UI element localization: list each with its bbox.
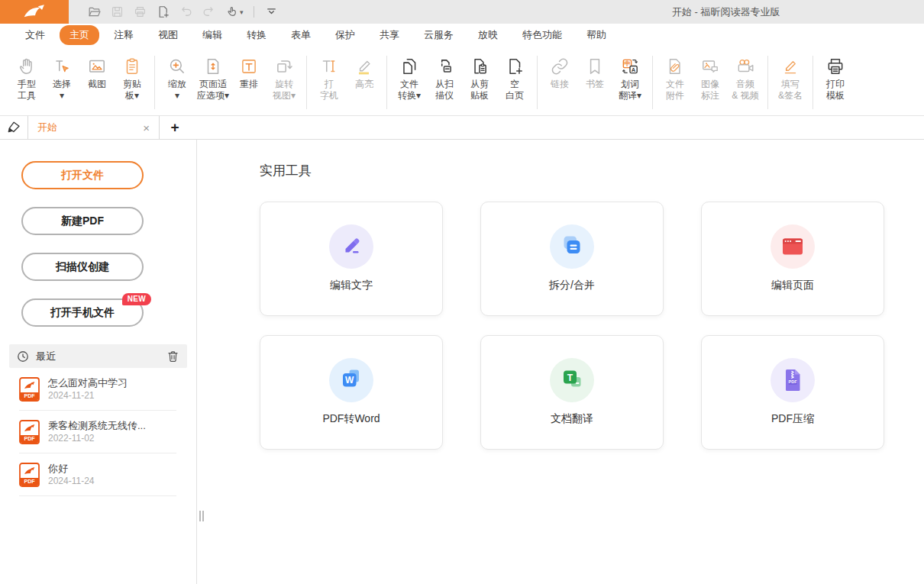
redo-icon[interactable]	[202, 4, 216, 21]
svg-text:A: A	[632, 66, 636, 73]
ribbon-group: 链接书签中A划词翻译▾	[542, 54, 648, 102]
svg-text:PDF: PDF	[789, 379, 798, 384]
tab-close-icon[interactable]: ×	[143, 122, 150, 134]
ribbon-separator	[386, 56, 387, 109]
menu-help[interactable]: 帮助	[577, 25, 616, 45]
file-attachment-button[interactable]: 文件附件	[657, 54, 693, 102]
menu-file[interactable]: 文件	[15, 25, 55, 45]
highlight-icon	[354, 54, 374, 79]
recent-file-item[interactable]: PDF怎么面对高中学习2024-11-21	[19, 368, 176, 411]
new-badge: NEW	[122, 293, 151, 305]
ribbon-group: 手型工具选择▾截图剪贴板▾	[9, 54, 150, 102]
clear-recent-icon[interactable]	[166, 350, 179, 363]
open-file-icon[interactable]	[87, 4, 102, 21]
clipboard-page-icon	[470, 54, 489, 79]
tool-card-label: 编辑页面	[771, 279, 814, 292]
fill-sign-label: 填写&签名	[778, 79, 803, 102]
menu-convert[interactable]: 转换	[237, 25, 276, 45]
quick-pencil-icon[interactable]	[0, 116, 27, 139]
open-mobile-file-button[interactable]: 打开手机文件NEW	[21, 298, 144, 327]
new-tab-button[interactable]: +	[160, 116, 190, 139]
split-merge-icon	[550, 224, 594, 269]
ribbon-separator	[652, 56, 653, 109]
undo-icon[interactable]	[179, 4, 193, 21]
fill-sign-button[interactable]: 填写&签名	[773, 54, 808, 102]
from-clipboard-button[interactable]: 从剪贴板	[462, 54, 497, 102]
tool-card-label: 拆分/合并	[549, 279, 595, 292]
blank-page-label: 空白页	[506, 79, 524, 102]
tool-card-label: 编辑文字	[330, 279, 373, 292]
menu-home[interactable]: 主页	[60, 25, 99, 45]
svg-text:PDF: PDF	[24, 479, 36, 484]
bookmark-tool-button[interactable]: 书签	[577, 54, 612, 102]
from-scanner-label: 从扫描仪	[435, 79, 454, 102]
from-scanner-button[interactable]: 从扫描仪	[427, 54, 462, 102]
recent-file-list: PDF怎么面对高中学习2024-11-21PDF乘客检测系统无线传...2022…	[0, 368, 196, 496]
ribbon-separator	[537, 56, 538, 109]
print-icon[interactable]	[133, 4, 147, 21]
typewriter-tool-button[interactable]: 打字机	[312, 54, 347, 102]
menu-present[interactable]: 放映	[468, 25, 508, 45]
create-page-icon[interactable]	[156, 4, 170, 21]
new-page-icon	[156, 5, 170, 19]
snapshot-tool-button[interactable]: 截图	[79, 54, 115, 102]
menu-cloud[interactable]: 云服务	[414, 25, 464, 45]
audio-video-button[interactable]: 音频& 视频	[728, 54, 763, 102]
menu-features[interactable]: 特色功能	[512, 25, 572, 45]
new-pdf-button[interactable]: 新建PDF	[21, 207, 144, 235]
tool-pdf-compress[interactable]: PDFPDF压缩	[701, 335, 884, 450]
sidebar-splitter-handle[interactable]	[199, 511, 204, 521]
blank-page-button[interactable]: 空白页	[497, 54, 532, 102]
menu-comment[interactable]: 注释	[104, 25, 144, 45]
menu-share[interactable]: 共享	[370, 25, 409, 45]
audio-video-label: 音频& 视频	[732, 79, 758, 102]
from-clipboard-label: 从剪贴板	[470, 79, 489, 102]
tab-pencil-icon	[6, 120, 21, 135]
menu-protect[interactable]: 保护	[325, 25, 365, 45]
menu-form[interactable]: 表单	[281, 25, 321, 45]
scanner-create-button[interactable]: 扫描仪创建	[21, 253, 144, 281]
foxit-logo-icon	[18, 3, 50, 21]
rotate-view-button[interactable]: 旋转视图▾	[267, 54, 302, 102]
image-annotation-button[interactable]: 图像标注	[693, 54, 728, 102]
menu-view[interactable]: 视图	[148, 25, 188, 45]
tools-grid: 编辑文字拆分/合并编辑页面WPDF转WordT文档翻译PDFPDF压缩	[260, 202, 924, 450]
undo-icon	[179, 5, 193, 19]
open-file-button[interactable]: 打开文件	[21, 161, 144, 189]
fit-page-options-button[interactable]: 页面适应选项▾	[195, 54, 231, 102]
customize-toolbar-icon[interactable]	[264, 4, 279, 21]
fit-page-options-label: 页面适应选项▾	[197, 79, 229, 102]
select-tool-button[interactable]: 选择▾	[44, 54, 79, 102]
zoom-tool-label: 缩放▾	[168, 79, 186, 102]
convert-icon	[399, 54, 419, 79]
hand-tool-icon[interactable]: ▾	[225, 4, 244, 21]
tool-pdf-to-word[interactable]: WPDF转Word	[260, 335, 443, 450]
scanner-icon	[435, 54, 454, 79]
link-tool-button[interactable]: 链接	[542, 54, 577, 102]
tool-edit-page[interactable]: 编辑页面	[701, 202, 884, 316]
recent-file-item[interactable]: PDF乘客检测系统无线传...2022-11-02	[19, 411, 176, 453]
tool-edit-text[interactable]: 编辑文字	[260, 202, 443, 316]
ribbon-group: 文件附件图像标注音频& 视频	[657, 54, 763, 102]
blank-page-icon	[505, 54, 525, 79]
reflow-tool-button[interactable]: 重排	[231, 54, 267, 102]
foxit-logo	[0, 0, 69, 24]
file-convert-button[interactable]: 文件转换▾	[392, 54, 427, 102]
menu-edit[interactable]: 编辑	[192, 25, 232, 45]
hand-tool-button[interactable]: 手型工具	[9, 54, 44, 102]
save-icon[interactable]	[110, 4, 124, 21]
word-translate-button[interactable]: 中A划词翻译▾	[612, 54, 648, 102]
recent-file-item[interactable]: PDF你好2024-11-24	[19, 453, 176, 496]
select-tool-label: 选择▾	[53, 79, 71, 102]
highlight-tool-button[interactable]: 高亮	[347, 54, 382, 102]
tool-doc-translate[interactable]: T文档翻译	[480, 335, 664, 450]
ribbon-separator	[767, 56, 768, 109]
print-icon	[133, 5, 147, 19]
bookmark-tool-label: 书签	[586, 79, 604, 90]
print-template-button[interactable]: 打印模板	[818, 54, 853, 102]
clipboard-tool-button[interactable]: 剪贴板▾	[115, 54, 150, 102]
tool-split-merge[interactable]: 拆分/合并	[480, 202, 664, 316]
zoom-tool-button[interactable]: 缩放▾	[160, 54, 195, 102]
tab-start[interactable]: 开始 ×	[27, 116, 160, 139]
save-icon	[110, 5, 124, 19]
